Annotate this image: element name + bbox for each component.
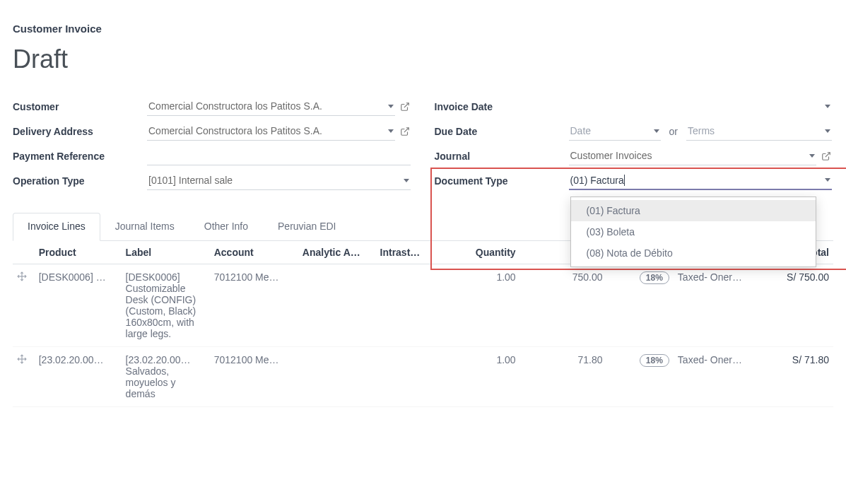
payref-label: Payment Reference: [13, 151, 147, 162]
chevron-down-icon: [404, 179, 409, 182]
or-separator: or: [669, 126, 678, 137]
external-link-icon[interactable]: [399, 101, 411, 112]
col-quantity[interactable]: Quantity: [435, 241, 520, 264]
col-product[interactable]: Product: [35, 241, 122, 264]
doctype-dropdown[interactable]: (01) Factura (03) Boleta (08) Nota de Dé…: [570, 197, 817, 267]
duedate-date-placeholder: Date: [570, 125, 592, 136]
delivery-select[interactable]: Comercial Constructora los Patitos S.A.: [147, 122, 395, 141]
tab-journal-items[interactable]: Journal Items: [100, 213, 189, 241]
chevron-down-icon: [825, 129, 830, 133]
col-label[interactable]: Label: [122, 241, 210, 264]
cell-price[interactable]: 71.80: [520, 347, 607, 407]
journal-select[interactable]: Customer Invoices: [569, 147, 817, 165]
table-row[interactable]: [23.02.20.00… [23.02.20.00… Salvados, mo…: [13, 347, 833, 407]
tab-other-info[interactable]: Other Info: [189, 213, 263, 241]
customer-label: Customer: [13, 101, 147, 112]
cell-analytic[interactable]: [298, 347, 376, 407]
external-link-icon[interactable]: [821, 151, 832, 162]
invdate-label: Invoice Date: [435, 101, 569, 112]
cell-account[interactable]: 7012100 Me…: [210, 347, 298, 407]
tab-peruvian-edi[interactable]: Peruvian EDI: [263, 213, 351, 241]
drag-handle-icon[interactable]: [17, 354, 27, 364]
col-analytic[interactable]: Analytic A…: [298, 241, 376, 264]
cell-subtotal: S/ 750.00: [759, 264, 833, 347]
duedate-label: Due Date: [435, 126, 569, 137]
chevron-down-icon: [388, 129, 394, 133]
doctype-option[interactable]: (01) Factura: [571, 200, 816, 221]
doctype-option[interactable]: (03) Boleta: [571, 221, 816, 242]
customer-select[interactable]: Comercial Constructora los Patitos S.A.: [147, 98, 395, 116]
cell-account[interactable]: 7012100 Me…: [210, 264, 298, 347]
doctype-value: (01) Factura: [570, 175, 625, 186]
svg-line-0: [404, 102, 408, 107]
external-link-icon[interactable]: [399, 126, 411, 137]
col-intrastat[interactable]: Intrast…: [376, 241, 435, 264]
chevron-down-icon: [825, 178, 830, 182]
cell-intrastat[interactable]: [376, 347, 435, 407]
customer-value: Comercial Constructora los Patitos S.A.: [148, 100, 322, 112]
drag-handle-icon[interactable]: [17, 271, 27, 281]
doctype-label: Document Type: [435, 175, 569, 187]
page-title: Draft: [13, 45, 833, 74]
tax-badge[interactable]: 18%: [640, 354, 669, 367]
cell-label[interactable]: [23.02.20.00… Salvados, moyuelos y demás: [122, 347, 210, 407]
chevron-down-icon: [809, 154, 815, 158]
col-account[interactable]: Account: [210, 241, 298, 264]
duedate-terms-placeholder: Terms: [688, 125, 715, 136]
svg-line-2: [826, 152, 830, 156]
duedate-terms-select[interactable]: Terms: [686, 122, 832, 141]
doctype-select[interactable]: (01) Factura: [569, 172, 833, 190]
cell-label[interactable]: [DESK0006] Customizable Desk (CONFIG) (C…: [122, 264, 210, 347]
cell-product[interactable]: [DESK0006] …: [35, 264, 122, 347]
svg-line-1: [404, 127, 408, 131]
cell-qty[interactable]: 1.00: [435, 347, 520, 407]
journal-label: Journal: [435, 151, 569, 162]
journal-value: Customer Invoices: [570, 150, 652, 161]
cell-price[interactable]: 750.00: [520, 264, 607, 347]
chevron-down-icon: [654, 129, 659, 133]
chevron-down-icon: [388, 105, 394, 108]
optype-label: Operation Type: [13, 175, 147, 187]
cell-qty[interactable]: 1.00: [435, 264, 520, 347]
breadcrumb: Customer Invoice: [13, 23, 833, 35]
payref-input[interactable]: [147, 147, 411, 165]
cell-subtotal: S/ 71.80: [759, 347, 833, 407]
cell-tax-label[interactable]: Taxed- Oner…: [674, 347, 759, 407]
optype-select[interactable]: [0101] Internal sale: [147, 172, 411, 190]
chevron-down-icon: [825, 105, 830, 108]
doctype-option[interactable]: (08) Nota de Débito: [571, 242, 816, 264]
duedate-date-select[interactable]: Date: [569, 122, 661, 141]
cell-intrastat[interactable]: [376, 264, 435, 347]
delivery-label: Delivery Address: [13, 126, 147, 137]
tab-invoice-lines[interactable]: Invoice Lines: [13, 213, 100, 241]
cell-product[interactable]: [23.02.20.00…: [35, 347, 122, 407]
tax-badge[interactable]: 18%: [640, 271, 669, 284]
invdate-select[interactable]: [569, 98, 833, 116]
delivery-value: Comercial Constructora los Patitos S.A.: [148, 125, 322, 136]
cell-analytic[interactable]: [298, 264, 376, 347]
cell-tax-label[interactable]: Taxed- Oner…: [674, 264, 759, 347]
table-row[interactable]: [DESK0006] … [DESK0006] Customizable Des…: [13, 264, 833, 347]
optype-value: [0101] Internal sale: [148, 175, 233, 186]
